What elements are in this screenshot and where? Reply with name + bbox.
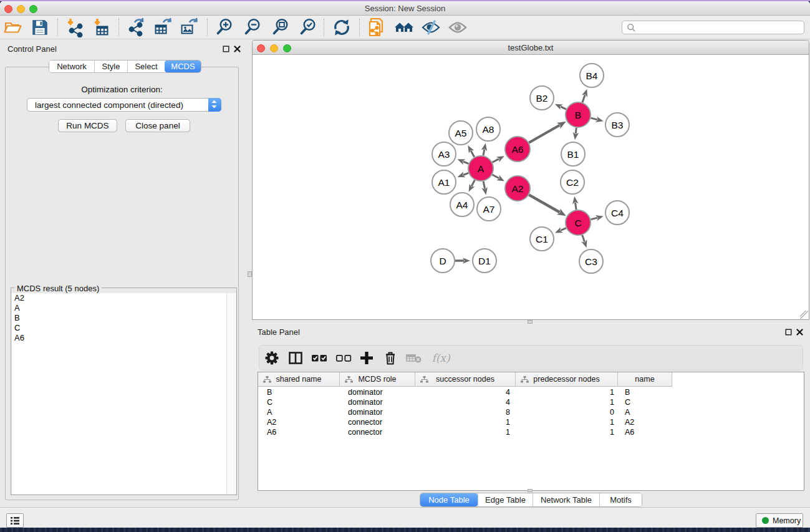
mcds-result-item[interactable]: C [12, 323, 236, 333]
dropdown-arrows[interactable] [208, 98, 221, 112]
create-column-button[interactable] [357, 349, 377, 367]
show-all-button[interactable] [447, 18, 468, 37]
mcds-result-item[interactable]: A6 [12, 333, 236, 343]
edge-A-A1[interactable] [463, 173, 468, 175]
edge-C-C3[interactable] [582, 235, 585, 242]
close-panel-icon[interactable] [234, 46, 241, 52]
import-table-button[interactable] [91, 18, 112, 37]
mcds-result-list[interactable]: A2ABCA6 [12, 293, 236, 494]
search-input[interactable] [636, 22, 804, 33]
edge-A2-C[interactable] [529, 195, 559, 212]
tab-node-table[interactable]: Node Table [420, 493, 478, 506]
edge-C-C2[interactable] [576, 203, 577, 210]
edge-C-C4[interactable] [591, 218, 597, 220]
mcds-result-item[interactable]: B [12, 313, 236, 323]
cell-shared-name: A [267, 407, 272, 417]
window-resize-grip[interactable] [800, 311, 808, 319]
tab-network-table[interactable]: Network Table [533, 493, 599, 506]
copy-network-button[interactable] [366, 18, 387, 37]
export-table-button[interactable] [152, 18, 173, 37]
save-session-button[interactable] [29, 18, 51, 37]
toolbar-separator [359, 19, 360, 36]
hide-selected-button[interactable] [420, 18, 441, 37]
split-divider-handle[interactable] [528, 489, 533, 492]
delete-table-button[interactable] [404, 349, 424, 367]
edge-A-A6[interactable] [493, 159, 499, 162]
delete-column-button[interactable] [380, 349, 400, 367]
criterion-dropdown[interactable]: largest connected component (directed) [27, 98, 221, 112]
fx-icon: f(x) [432, 352, 450, 364]
split-divider-handle[interactable] [248, 271, 252, 277]
deselect-all-button[interactable] [334, 349, 354, 367]
cell-successor-nodes: 8 [415, 407, 510, 417]
apply-layout-button[interactable] [331, 18, 352, 37]
edge-A-A3[interactable] [463, 162, 469, 163]
zoom-selected-button[interactable] [297, 18, 319, 37]
table-toolbar: f(x) [259, 345, 803, 370]
toolbar-separator [57, 19, 58, 36]
edge-B-B3[interactable] [591, 118, 597, 120]
edge-A-A2[interactable] [492, 175, 499, 178]
table-row[interactable]: Bdominator41B [258, 387, 804, 397]
edge-A-A4[interactable] [471, 180, 475, 186]
node-label-A7: A7 [483, 204, 495, 215]
copy-network-icon [366, 17, 387, 38]
column-header-name[interactable]: name [618, 372, 672, 387]
node-label-A5: A5 [455, 128, 467, 138]
table-row[interactable]: A2connector11A2 [258, 417, 804, 427]
edge-B-B2[interactable] [561, 107, 566, 109]
column-header-MCDS-role[interactable]: MCDS role [340, 372, 415, 387]
import-network-button[interactable] [64, 18, 85, 37]
table-panel-tabs: Node TableEdge TableNetwork TableMotifs [420, 493, 642, 507]
select-all-button[interactable] [309, 349, 329, 367]
show-column-button[interactable] [286, 349, 306, 367]
network-graph[interactable]: B4B2BB3A8A5A6A3B1AA1C2A2A4A7C4CC1C3DD1 [253, 56, 809, 320]
tab-motifs[interactable]: Motifs [599, 493, 642, 506]
tab-style[interactable]: Style [94, 60, 127, 72]
tab-mcds[interactable]: MCDS [165, 60, 201, 72]
edge-B-B4[interactable] [582, 95, 585, 102]
mcds-result-item[interactable]: A2 [12, 293, 236, 303]
tab-network[interactable]: Network [49, 60, 94, 72]
table-mode-button[interactable] [262, 349, 282, 367]
screen: Session: New Session [0, 0, 810, 532]
split-divider-handle[interactable] [528, 320, 533, 324]
open-file-button[interactable] [2, 18, 23, 37]
first-neighbors-button[interactable] [393, 18, 415, 37]
cell-shared-name: A2 [267, 417, 276, 427]
table-row[interactable]: Cdominator41C [258, 397, 804, 407]
edge-A6-B[interactable] [529, 125, 559, 143]
zoom-in-button[interactable] [214, 18, 235, 37]
column-header-shared-name[interactable]: shared name [258, 372, 340, 387]
column-header-label: shared name [276, 375, 322, 384]
edge-A-A7[interactable] [483, 181, 485, 189]
edge-A-A8[interactable] [483, 149, 485, 155]
table-row[interactable]: Adominator80A [258, 407, 804, 417]
export-network-button[interactable] [126, 18, 147, 37]
table-row[interactable]: A6connector11A6 [258, 427, 804, 437]
toolbar-separator [207, 19, 208, 36]
run-mcds-button[interactable]: Run MCDS [58, 119, 117, 132]
close-panel-icon[interactable] [796, 329, 803, 336]
close-panel-button[interactable]: Close panel [125, 119, 190, 132]
float-panel-icon[interactable] [785, 329, 792, 336]
column-header-predecessor-nodes[interactable]: predecessor nodes [516, 372, 618, 387]
edge-C-C1[interactable] [561, 228, 566, 231]
zoom-fit-button[interactable] [270, 18, 291, 37]
tab-select[interactable]: Select [127, 60, 165, 72]
column-header-successor-nodes[interactable]: successor nodes [415, 372, 516, 387]
result-scrollbar[interactable] [226, 293, 236, 494]
node-label-A1: A1 [438, 177, 450, 188]
tab-edge-table[interactable]: Edge Table [478, 493, 533, 506]
memory-button[interactable]: Memory [756, 513, 803, 528]
show-panels-button[interactable] [6, 513, 24, 528]
float-panel-icon[interactable] [223, 46, 229, 52]
function-builder-button[interactable]: f(x) [428, 349, 453, 367]
mcds-result-item[interactable]: A [12, 303, 236, 313]
node-label-D: D [439, 256, 446, 266]
edge-B-B1[interactable] [576, 128, 576, 133]
zoom-out-button[interactable] [242, 18, 263, 37]
export-image-button[interactable] [178, 18, 199, 37]
edge-A-A5[interactable] [471, 151, 475, 157]
export-table-icon [152, 17, 172, 37]
